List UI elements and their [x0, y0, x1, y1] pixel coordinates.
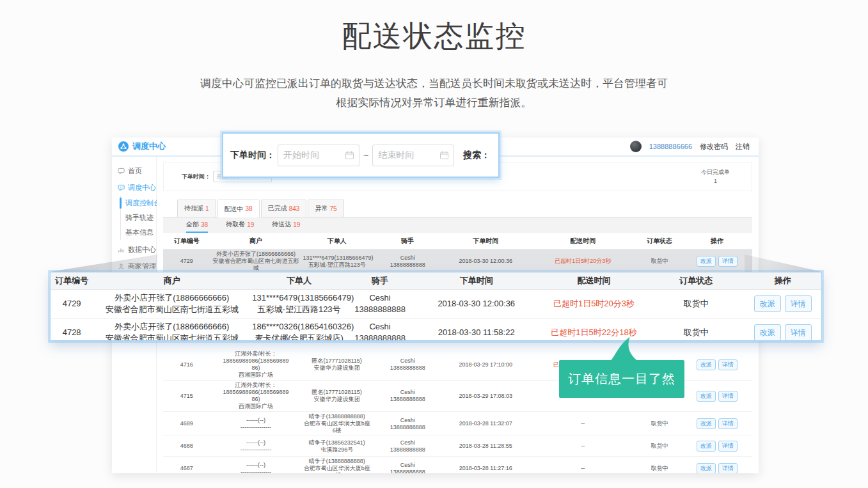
tab-count: 38 — [246, 205, 253, 212]
user-phone[interactable]: 13888886666 — [649, 143, 692, 150]
sidebar-item-dispatch-center[interactable]: 调度中心 — [112, 179, 156, 196]
cell-order-time: 2018-03-30 12:00:36 — [443, 256, 528, 266]
tab-delivering[interactable]: 配送中38 — [217, 200, 260, 217]
start-time-input[interactable]: 开始时间 — [278, 145, 359, 166]
home-icon — [118, 168, 125, 175]
sidebar-item-label: 调度控制台 — [125, 198, 161, 208]
subtab-pending-delivery[interactable]: 待送达19 — [272, 217, 300, 233]
details-button[interactable]: 详情 — [718, 256, 738, 267]
page-subtitle-line1: 调度中心可监控已派出订单的取货与送达状态，当配送员长时间未取货或未送达时，平台管… — [0, 74, 868, 93]
cell-rider: Ceshi 13888888888 — [347, 319, 413, 341]
tab-label: 已完成 — [268, 204, 287, 213]
cell-customer: 186****0326(18654160326) 麦卡优娜(合肥五彩城店) — [251, 319, 347, 341]
details-button[interactable]: 详情 — [785, 324, 812, 341]
reassign-button[interactable]: 改派 — [697, 359, 716, 370]
cell-merchant: 外卖小店开张了(18866666666) 安徽省合肥市蜀山区南七街道五彩城 — [93, 290, 251, 318]
col-status: 订单状态 — [637, 236, 681, 246]
user-avatar[interactable] — [630, 141, 642, 152]
reassign-button[interactable]: 改派 — [697, 463, 716, 473]
end-time-placeholder: 结束时间 — [378, 150, 440, 161]
table-row: 4688 ------(--) ---------------- 晴争子(138… — [163, 436, 752, 457]
table-row: 4687 ------(--) ---------------- 晴争子(138… — [163, 457, 752, 473]
reassign-button[interactable]: 改派 — [697, 256, 716, 267]
logout-link[interactable]: 注销 — [736, 142, 750, 152]
info-bubble: 订单信息一目了然 — [559, 360, 684, 398]
end-time-input[interactable]: 结束时间 — [372, 145, 454, 166]
col-status: 订单状态 — [648, 272, 745, 289]
change-password-link[interactable]: 修改密码 — [700, 142, 728, 152]
orders-table: 订单编号 商户 下单人 骑手 下单时间 配送时间 订单状态 操作 4729 外卖… — [163, 233, 752, 473]
tab-label: 待指派 — [184, 204, 203, 213]
reassign-button[interactable]: 改派 — [754, 295, 781, 312]
col-order-time: 下单时间 — [443, 236, 528, 246]
bubble-tail — [600, 337, 645, 361]
col-merchant: 商户 — [210, 236, 302, 246]
details-button[interactable]: 详情 — [718, 391, 738, 402]
cell-delivery-time: -- — [528, 464, 637, 473]
sub-tabs: 全部38 待取餐19 待送达19 — [163, 217, 752, 233]
col-customer: 下单人 — [251, 272, 347, 289]
cell-order-time: 2018-03-29 17:08:03 — [443, 391, 528, 401]
cell-order-id: 4688 — [163, 441, 210, 451]
sidebar-item-home[interactable]: 首页 — [112, 162, 156, 179]
sidebar-item-label: 数据中心 — [128, 245, 156, 255]
cell-merchant: ------(--) ---------------- — [210, 460, 302, 474]
col-order-id: 订单编号 — [51, 272, 93, 289]
cell-rider: Ceshi 13888888888 — [372, 388, 443, 404]
brand: 调度中心 — [118, 141, 166, 152]
table-row: 4729 外卖小店开张了(18866666666) 安徽省合肥市蜀山区南七街道五… — [163, 249, 752, 274]
cell-order-id: 4715 — [163, 391, 210, 401]
subtab-count: 19 — [293, 221, 300, 228]
calendar-icon — [345, 151, 354, 159]
search-label: 搜索： — [463, 150, 490, 161]
details-button[interactable]: 详情 — [718, 441, 738, 452]
col-delivery-time: 配送时间 — [528, 236, 637, 246]
subtab-count: 38 — [201, 221, 208, 228]
page-title: 配送状态监控 — [0, 17, 868, 56]
cell-rider: Ceshi 13888888888 — [372, 438, 443, 455]
col-customer: 下单人 — [301, 236, 372, 246]
zoom-table-header-row: 订单编号 商户 下单人 骑手 下单时间 配送时间 订单状态 操作 — [51, 272, 821, 290]
zoomed-table-callout: 订单编号 商户 下单人 骑手 下单时间 配送时间 订单状态 操作 4729 外卖… — [50, 272, 822, 341]
details-button[interactable]: 详情 — [718, 359, 738, 370]
page-subtitle-line2: 根据实际情况对异常订单进行重新指派。 — [0, 93, 868, 113]
cell-customer: 131****6479(13185666479) 五彩城-望江西路123号 — [301, 253, 372, 270]
subtab-pending-pickup[interactable]: 待取餐19 — [226, 217, 254, 233]
cell-status: 取货中 — [637, 256, 681, 266]
col-actions: 操作 — [744, 272, 821, 289]
details-button[interactable]: 详情 — [718, 463, 738, 473]
col-order-time: 下单时间 — [413, 272, 540, 289]
col-merchant: 商户 — [93, 272, 251, 289]
reassign-button[interactable]: 改派 — [697, 391, 716, 402]
start-time-placeholder: 开始时间 — [283, 150, 345, 161]
cell-rider: Ceshi 13888888888 — [372, 460, 443, 474]
sidebar-item-dispatch-console[interactable]: 调度控制台 — [121, 196, 156, 210]
sidebar-item-basic-info[interactable]: 基本信息 — [121, 225, 156, 240]
cell-order-time: 2018-03-28 11:32:07 — [443, 419, 528, 429]
col-rider: 骑手 — [347, 272, 413, 289]
cell-order-id: 4716 — [163, 360, 210, 370]
chart-icon — [118, 246, 125, 253]
today-completed: 今日完成单 1 — [701, 168, 730, 185]
tab-pending-assign[interactable]: 待指派1 — [177, 200, 216, 217]
cell-customer: 晴争子(13856232541) 屯溪路296号 — [301, 438, 372, 455]
table-header-row: 订单编号 商户 下单人 骑手 下单时间 配送时间 订单状态 操作 — [163, 233, 752, 249]
col-delivery-time: 配送时间 — [540, 272, 648, 289]
subtab-all[interactable]: 全部38 — [186, 217, 208, 233]
reassign-button[interactable]: 改派 — [697, 441, 716, 452]
page-subtitle: 调度中心可监控已派出订单的取货与送达状态，当配送员长时间未取货或未送达时，平台管… — [0, 74, 868, 113]
zoom-table-row: 4729 外卖小店开张了(18866666666) 安徽省合肥市蜀山区南七街道五… — [51, 290, 821, 319]
filter-label: 下单时间： — [182, 173, 210, 181]
reassign-button[interactable]: 改派 — [754, 324, 781, 341]
col-actions: 操作 — [681, 236, 752, 246]
tab-abnormal[interactable]: 异常75 — [308, 200, 343, 217]
reassign-button[interactable]: 改派 — [697, 418, 716, 429]
sidebar-item-data-center[interactable]: 数据中心 — [112, 241, 156, 258]
sidebar-item-rider-track[interactable]: 骑手轨迹 — [121, 210, 156, 225]
cell-rider: Ceshi 13888888888 — [372, 253, 443, 270]
details-button[interactable]: 详情 — [718, 418, 738, 429]
details-button[interactable]: 详情 — [785, 295, 812, 312]
tab-completed[interactable]: 已完成843 — [261, 200, 307, 217]
cell-customer: 131****6479(13185666479) 五彩城-望江西路123号 — [251, 290, 347, 318]
tab-count: 1 — [205, 205, 209, 212]
